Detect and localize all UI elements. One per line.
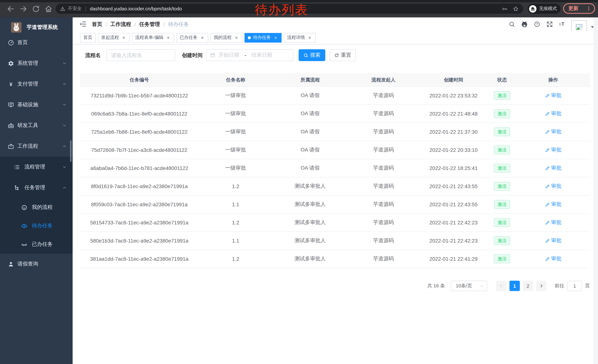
sidebar-fold-button[interactable] — [79, 20, 87, 28]
column-header-创建时间: 创建时间 — [419, 73, 488, 86]
todo-task-table: 任务编号任务名称所属流程流程发起人创建时间状态操作 73211d9d-7b9b-… — [80, 73, 590, 268]
goto-page-input[interactable] — [567, 281, 582, 291]
goto-label: 前往 — [555, 283, 564, 289]
header-fontsize-button[interactable]: TT — [556, 17, 568, 31]
cell-actions: 审批 — [516, 195, 590, 213]
search-button[interactable]: 搜索 — [299, 49, 325, 61]
bookmark-star-icon[interactable] — [513, 6, 519, 12]
sidebar-item-系统管理[interactable]: 系统管理 — [0, 53, 73, 74]
cell-initiator: 芋道源码 — [348, 195, 419, 213]
browser-back-button[interactable] — [7, 5, 15, 13]
tab-close-icon[interactable]: × — [234, 35, 239, 40]
cell-initiator: 芋道源码 — [348, 250, 419, 268]
approve-link[interactable]: 审批 — [545, 165, 562, 171]
header-search-button[interactable] — [505, 17, 518, 31]
column-header-所属流程: 所属流程 — [273, 73, 348, 86]
cell-status: 激活 — [488, 105, 516, 122]
browser-home-button[interactable] — [44, 5, 53, 13]
toolbox-icon — [8, 122, 14, 129]
tab-close-icon[interactable]: × — [307, 35, 312, 40]
sidebar-item-已办任务[interactable]: 已办任务 — [0, 235, 73, 254]
page-button-2[interactable]: 2 — [523, 281, 533, 291]
status-badge: 激活 — [494, 200, 510, 209]
approve-link[interactable]: 审批 — [545, 147, 562, 153]
sidebar-item-首页[interactable]: 首页 — [0, 32, 73, 53]
process-name-input[interactable] — [106, 49, 175, 61]
browser-reload-button[interactable] — [32, 5, 40, 13]
header-fullscreen-button[interactable] — [543, 17, 556, 31]
filter-bar: 流程名 创建时间 开始日期 - 结束日期 搜索 重置 — [73, 44, 598, 67]
approve-link[interactable]: 审批 — [545, 201, 562, 208]
column-header-任务编号: 任务编号 — [80, 73, 199, 86]
approve-link[interactable]: 审批 — [545, 256, 562, 262]
sidebar-item-label: 基础设施 — [17, 101, 38, 108]
edit-icon — [545, 129, 550, 134]
sidebar-scrollbar-thumb[interactable] — [70, 140, 72, 162]
cell-initiator: 芋道源码 — [348, 177, 419, 195]
sidebar-item-待办任务[interactable]: 待办任务 — [0, 217, 73, 235]
page-size-select[interactable]: 10条/页 — [451, 281, 487, 291]
cell-process: OA 请假 — [273, 141, 348, 159]
next-page-button[interactable] — [536, 281, 547, 291]
tab-已办任务[interactable]: 已办任务× — [176, 33, 208, 42]
reset-button[interactable]: 重置 — [330, 49, 356, 61]
approve-link[interactable]: 审批 — [545, 110, 562, 117]
browser-forward-button[interactable] — [19, 5, 27, 13]
approve-link[interactable]: 审批 — [545, 237, 562, 244]
tab-首页[interactable]: 首页 — [80, 33, 96, 42]
approve-link[interactable]: 审批 — [545, 92, 562, 99]
sidebar-item-流程管理[interactable]: 流程管理 — [0, 157, 73, 177]
sidebar-item-请假查询[interactable]: 请假查询 — [0, 254, 73, 274]
tab-close-icon[interactable]: × — [166, 35, 171, 40]
sidebar-item-我的流程[interactable]: 我的流程 — [0, 198, 73, 217]
page-scrollbar-track[interactable] — [594, 17, 598, 364]
edit-icon — [545, 256, 550, 261]
prev-page-button[interactable] — [496, 281, 507, 291]
browser-update-button[interactable]: 更新 — [563, 3, 595, 14]
tab-发起流程[interactable]: 发起流程× — [98, 33, 130, 42]
sidebar-item-研发工具[interactable]: 研发工具 — [0, 115, 73, 136]
header-github-button[interactable] — [518, 17, 531, 31]
process-name-label: 流程名 — [85, 49, 101, 61]
incognito-badge: 无痕模式 — [528, 4, 561, 14]
approve-link[interactable]: 审批 — [545, 129, 562, 135]
tab-流程表单-编辑[interactable]: 流程表单-编辑× — [132, 33, 174, 42]
tab-我的流程[interactable]: 我的流程× — [210, 33, 242, 42]
breadcrumb-item[interactable]: 工作流程 — [110, 21, 131, 28]
range-separator: - — [245, 52, 246, 58]
breadcrumb-item[interactable]: 首页 — [92, 21, 102, 28]
not-secure-icon — [60, 6, 65, 11]
cell-created-time: 2022-01-21 22:42:23 — [419, 214, 488, 231]
pagination: 共 16 条 10条/页 12 前往 页 — [80, 281, 590, 291]
tab-流程详情[interactable]: 流程详情× — [284, 33, 316, 42]
sidebar-item-基础设施[interactable]: 基础设施 — [0, 94, 73, 115]
sidebar-item-任务管理[interactable]: 任务管理 — [0, 177, 73, 198]
tab-close-icon[interactable]: × — [121, 35, 126, 40]
dashboard-icon — [8, 40, 14, 46]
approve-link-label: 审批 — [551, 165, 562, 171]
status-badge: 激活 — [494, 164, 510, 173]
breadcrumb-item[interactable]: 任务管理 — [139, 21, 160, 28]
date-range-picker[interactable]: 开始日期 - 结束日期 — [206, 49, 293, 61]
approve-link[interactable]: 审批 — [545, 183, 562, 190]
sidebar-item-工作流程[interactable]: 工作流程 — [0, 136, 73, 157]
screen: 不安全 dashboard.yudao.iocoder.cn/bpm/task/… — [0, 0, 598, 364]
edit-icon — [545, 166, 550, 170]
table-row: 580e1b3d-7ac8-11ec-a9e2-a2380e71991a1.1测… — [80, 232, 590, 250]
header-help-button[interactable]: ? — [531, 17, 543, 31]
browser-menu-dots-icon[interactable] — [586, 6, 591, 11]
cell-status: 激活 — [488, 232, 516, 250]
tab-close-icon[interactable]: × — [200, 35, 205, 40]
approve-link[interactable]: 审批 — [545, 219, 562, 226]
tab-close-icon[interactable]: × — [273, 35, 278, 40]
cell-task-name: 1.2 — [199, 214, 273, 231]
page-button-1[interactable]: 1 — [509, 281, 520, 291]
cell-initiator: 芋道源码 — [348, 141, 419, 159]
column-header-操作: 操作 — [516, 73, 590, 86]
face-icon — [21, 204, 27, 210]
sidebar-item-支付管理[interactable]: ¥支付管理 — [0, 74, 73, 94]
tab-待办任务[interactable]: 待办任务× — [245, 33, 282, 42]
sidebar-item-label: 流程管理 — [25, 164, 45, 170]
sidebar-item-label: 待办任务 — [32, 223, 53, 229]
password-key-icon[interactable] — [502, 6, 507, 12]
